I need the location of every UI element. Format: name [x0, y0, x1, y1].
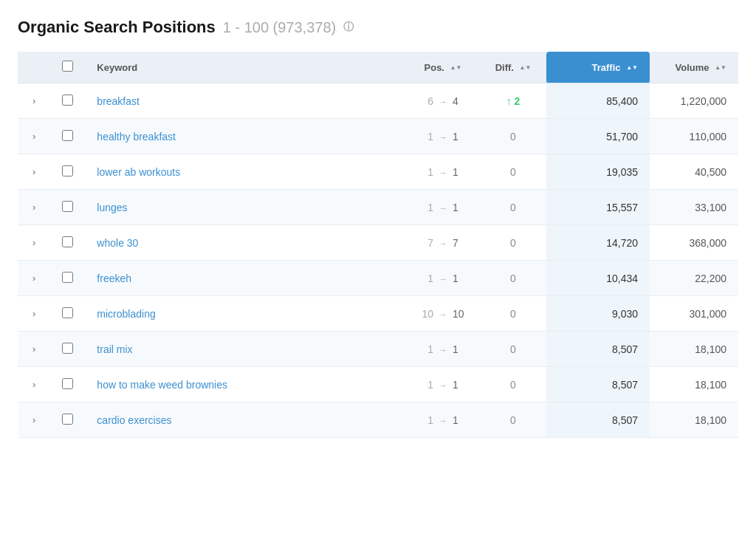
row-checkbox[interactable]	[62, 95, 73, 106]
keyword-link[interactable]: trail mix	[97, 343, 132, 355]
diff-value: 0	[510, 131, 516, 143]
arrow-icon: →	[439, 203, 447, 213]
volume-cell: 18,100	[650, 367, 738, 402]
expand-button[interactable]: ›	[30, 94, 38, 108]
volume-value: 22,200	[695, 272, 726, 284]
diff-value: ↑ 2	[506, 95, 520, 107]
traffic-value: 8,507	[612, 343, 638, 355]
keyword-cell: cardio exercises	[85, 402, 406, 438]
traffic-cell: 10,434	[546, 261, 650, 296]
expand-button[interactable]: ›	[30, 165, 38, 179]
pos-to: 1	[453, 343, 458, 355]
pos-from: 7	[427, 237, 433, 249]
traffic-value: 8,507	[612, 379, 638, 391]
pos-from: 1	[427, 379, 433, 391]
position-cell: 1 → 1	[406, 402, 480, 438]
volume-cell: 368,000	[650, 225, 738, 261]
keyword-cell: breakfast	[85, 83, 406, 119]
expand-cell: ›	[18, 261, 50, 296]
check-cell	[50, 261, 85, 296]
pos-from: 1	[427, 131, 433, 143]
row-checkbox[interactable]	[62, 307, 73, 318]
col-header-traffic[interactable]: Traffic ▲▼	[546, 52, 650, 83]
diff-value: 0	[510, 414, 516, 426]
pos-from: 1	[427, 202, 433, 213]
keyword-cell: lower ab workouts	[85, 154, 406, 190]
row-checkbox[interactable]	[62, 414, 73, 425]
table-row: ›freekeh1 → 1010,43422,200	[18, 261, 738, 296]
traffic-value: 85,400	[606, 95, 638, 107]
arrow-icon: →	[439, 309, 447, 320]
traffic-value: 8,507	[612, 414, 638, 426]
diff-value: 0	[510, 379, 516, 391]
keyword-link[interactable]: cardio exercises	[97, 414, 171, 426]
pos-to: 10	[453, 308, 464, 320]
keyword-link[interactable]: microblading	[97, 308, 155, 320]
traffic-cell: 14,720	[546, 225, 650, 261]
diff-cell: 0	[480, 261, 546, 296]
pos-to: 1	[453, 379, 458, 391]
keyword-link[interactable]: lower ab workouts	[97, 166, 180, 178]
keyword-link[interactable]: breakfast	[97, 95, 140, 107]
keyword-cell: whole 30	[85, 225, 406, 261]
row-checkbox[interactable]	[62, 272, 73, 283]
expand-button[interactable]: ›	[30, 413, 38, 427]
volume-value: 18,100	[695, 343, 726, 355]
check-cell	[50, 190, 85, 225]
traffic-cell: 8,507	[546, 367, 650, 402]
expand-button[interactable]: ›	[30, 200, 38, 214]
pos-from: 1	[427, 272, 433, 284]
keyword-cell: lunges	[85, 190, 406, 225]
col-header-pos[interactable]: Pos. ▲▼	[406, 52, 480, 83]
col-header-diff[interactable]: Diff. ▲▼	[480, 52, 546, 83]
expand-button[interactable]: ›	[30, 129, 38, 143]
volume-cell: 18,100	[650, 332, 738, 367]
volume-value: 1,220,000	[681, 95, 726, 107]
volume-value: 301,000	[689, 308, 726, 320]
volume-cell: 18,100	[650, 402, 738, 438]
keyword-link[interactable]: healthy breakfast	[97, 131, 176, 143]
expand-cell: ›	[18, 154, 50, 190]
pos-to: 1	[453, 202, 458, 213]
check-cell	[50, 154, 85, 190]
keyword-link[interactable]: freekeh	[97, 272, 131, 284]
position-cell: 1 → 1	[406, 119, 480, 154]
row-checkbox[interactable]	[62, 201, 73, 212]
row-checkbox[interactable]	[62, 130, 73, 141]
expand-button[interactable]: ›	[30, 306, 38, 321]
keyword-cell: freekeh	[85, 261, 406, 296]
row-checkbox[interactable]	[62, 343, 73, 354]
row-checkbox[interactable]	[62, 165, 73, 176]
col-header-check	[50, 52, 85, 83]
expand-button[interactable]: ›	[30, 342, 38, 356]
table-row: ›healthy breakfast1 → 1051,700110,000	[18, 119, 738, 154]
pos-sort-icon: ▲▼	[450, 65, 462, 71]
select-all-checkbox[interactable]	[62, 61, 73, 72]
table-row: ›trail mix1 → 108,50718,100	[18, 332, 738, 367]
info-icon[interactable]: ⓘ	[343, 21, 354, 34]
traffic-value: 14,720	[606, 237, 638, 249]
keyword-link[interactable]: how to make weed brownies	[97, 379, 227, 391]
col-header-volume[interactable]: Volume ▲▼	[650, 52, 738, 83]
row-checkbox[interactable]	[62, 236, 73, 247]
row-checkbox[interactable]	[62, 378, 73, 389]
expand-button[interactable]: ›	[30, 271, 38, 285]
check-cell	[50, 225, 85, 261]
expand-button[interactable]: ›	[30, 236, 38, 250]
traffic-cell: 85,400	[546, 83, 650, 119]
traffic-value: 19,035	[606, 166, 638, 178]
keyword-cell: microblading	[85, 296, 406, 332]
arrow-icon: →	[439, 274, 447, 284]
diff-cell: 0	[480, 332, 546, 367]
diff-cell: 0	[480, 154, 546, 190]
expand-button[interactable]: ›	[30, 377, 38, 391]
arrow-icon: →	[439, 416, 447, 426]
traffic-cell: 8,507	[546, 332, 650, 367]
col-header-keyword: Keyword	[85, 52, 406, 83]
keyword-link[interactable]: whole 30	[97, 237, 138, 249]
volume-value: 18,100	[695, 379, 726, 391]
keyword-link[interactable]: lunges	[97, 202, 127, 213]
pos-to: 1	[453, 131, 458, 143]
volume-value: 33,100	[695, 202, 726, 213]
volume-value: 18,100	[695, 414, 726, 426]
